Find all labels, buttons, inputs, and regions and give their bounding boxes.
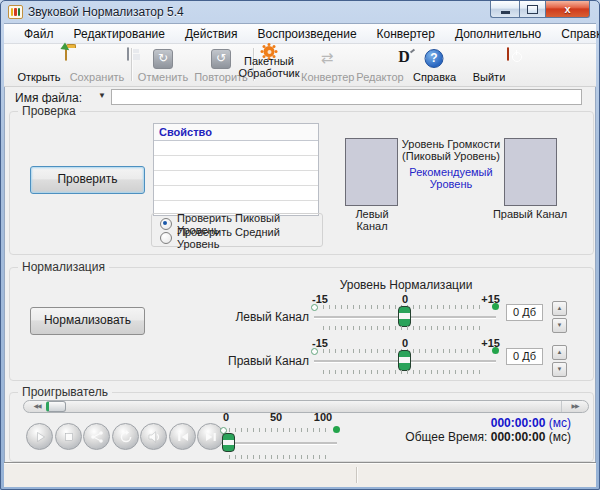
menu-file[interactable]: Файл [14,25,64,43]
menu-playback[interactable]: Воспроизведение [248,25,367,43]
editor-button[interactable]: D Редактор [356,46,404,84]
left-db-field[interactable]: 0 Дб [506,304,543,321]
editor-icon: D [398,48,410,65]
recommended-level-link[interactable]: Рекомендуемый Уровень [397,166,505,190]
stop-button[interactable] [55,423,82,450]
dropdown-icon[interactable]: ▼ [98,91,106,100]
scale-start-ring [311,304,318,311]
left-db-spin-down[interactable]: ▼ [552,318,567,333]
volume-label-100: 100 [314,411,332,423]
tick-marks [229,428,331,432]
stop-icon [62,430,76,444]
right-channel-slider: -15 0 +15 [314,337,496,377]
previous-icon [176,430,190,444]
app-window: { "window": {"title": "Звуковой Нормализ… [0,0,600,490]
help-button[interactable]: ? Справка [413,46,455,84]
left-channel-slider-label: Левый Канал [181,310,309,324]
converter-icon: ⇄ [321,49,334,67]
filename-label: Имя файла: [15,91,82,105]
volume-track[interactable] [235,442,337,445]
repeat-icon [90,430,104,444]
loop-button[interactable] [112,423,139,450]
scale-mid-label: 0 [314,337,496,349]
table-row[interactable] [154,141,318,156]
menu-converter[interactable]: Конвертер [367,25,445,43]
radio-unselected-icon[interactable] [160,232,172,244]
table-header-property: Свойство [154,124,318,141]
play-icon [33,430,47,444]
menu-edit[interactable]: Редактирование [64,25,175,43]
exit-button[interactable]: Выйти [470,46,508,84]
total-time: Общее Время: 000:00:00 (мс) [405,430,571,444]
open-button[interactable]: Открыть [12,46,66,84]
right-db-field[interactable]: 0 Дб [506,348,543,365]
scale-end-dot [492,347,499,354]
mute-button[interactable] [140,423,167,450]
close-button[interactable]: x [546,1,590,18]
loudness-caption: Уровень Громкости (Пиковый Уровень) Реко… [397,138,505,190]
normalization-level-title: Уровень Нормализации [306,278,506,292]
previous-button[interactable] [169,423,196,450]
play-button[interactable] [26,423,53,450]
loop-icon [119,430,133,444]
filename-combobox[interactable] [111,89,582,105]
radio-average-level[interactable]: Проверить Средний Уровень [160,231,322,245]
menu-actions[interactable]: Действия [175,25,248,43]
check-mode-radiogroup: Проверить Пиковый Уровень Проверить Сред… [151,213,323,247]
speaker-icon [147,430,161,444]
repeat-button[interactable] [83,423,110,450]
normalize-button[interactable]: Нормализовать [30,307,145,335]
right-db-spin-down[interactable]: ▼ [552,362,567,377]
scale-end-dot [492,303,499,310]
slider-thumb[interactable] [398,350,411,371]
redo-icon: ↺ [211,49,231,69]
seek-thumb[interactable] [46,401,66,412]
maximize-icon [527,5,538,14]
scale-mid-label: 0 [314,293,496,305]
menu-help[interactable]: Справка [551,25,600,43]
property-table: Свойство [153,123,319,216]
toolbar: Открыть Сохранить ↻ Отменить ↺ Повторить… [4,44,596,87]
left-channel-slider: -15 0 +15 [314,293,496,333]
tick-marks [229,455,331,459]
left-channel-label: Левый Канал [339,208,405,232]
minimize-icon [501,11,510,14]
table-row[interactable] [154,156,318,171]
seek-right-icon[interactable]: ▶▶ [561,401,588,412]
right-db-spin-up[interactable]: ▲ [552,345,567,360]
app-icon [8,5,23,19]
minimize-button[interactable] [490,1,519,18]
converter-button[interactable]: ⇄ Конвертер [301,46,353,84]
slider-thumb[interactable] [398,306,411,327]
menu-extra[interactable]: Дополнительно [445,25,551,43]
undo-icon: ↻ [153,49,173,69]
right-channel-meter [504,138,557,206]
check-button[interactable]: Проверить [30,166,145,194]
volume-label-50: 50 [270,411,282,423]
table-row[interactable] [154,186,318,201]
next-icon [204,430,218,444]
undo-button[interactable]: ↻ Отменить [135,46,191,84]
power-icon [507,47,509,61]
left-db-spin-up[interactable]: ▲ [552,301,567,316]
save-button[interactable]: Сохранить [66,46,128,84]
volume-thumb[interactable] [222,433,235,452]
volume-label-0: 0 [223,411,229,423]
save-icon [127,47,129,61]
batch-processor-button[interactable]: Пакетный Обработчик [237,46,301,84]
window-title: Звуковой Нормализатор 5.4 [28,5,184,19]
maximize-button[interactable] [519,1,546,18]
next-button[interactable] [197,423,224,450]
right-channel-slider-label: Правый Канал [181,354,309,368]
tick-marks [323,326,485,330]
table-row[interactable] [154,171,318,186]
help-icon: ? [425,49,444,68]
status-bar [4,463,596,487]
right-channel-label: Правый Канал [490,208,570,220]
scale-start-ring [311,348,318,355]
menu-bar: Файл Редактирование Действия Воспроизвед… [4,24,596,44]
scale-end-dot [333,426,340,433]
title-bar: Звуковой Нормализатор 5.4 x [1,1,599,23]
radio-selected-icon[interactable] [160,218,172,230]
player-group-legend: Проигрыватель [18,385,112,399]
